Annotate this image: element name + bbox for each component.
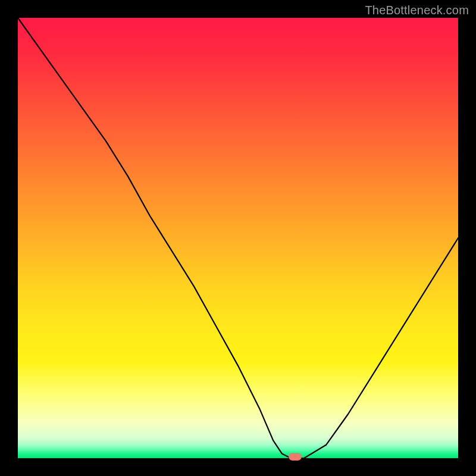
watermark-text: TheBottleneck.com [365, 4, 469, 17]
chart-curve [18, 18, 458, 458]
chart-frame: TheBottleneck.com [0, 0, 476, 476]
chart-minimum-marker [289, 453, 302, 461]
chart-curve-layer [18, 18, 458, 458]
chart-plot-area [18, 18, 458, 458]
